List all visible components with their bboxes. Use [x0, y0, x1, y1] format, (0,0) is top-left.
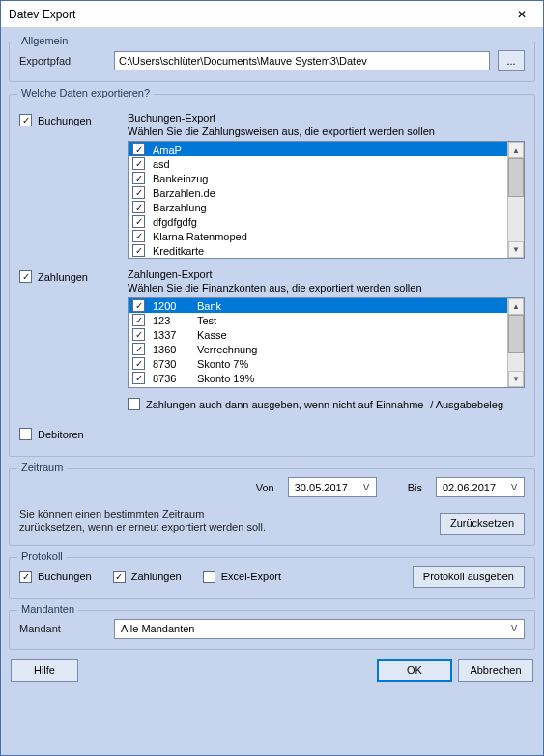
bis-datefield[interactable]: 02.06.2017 ᐯ — [436, 477, 525, 497]
mandant-dropdown[interactable]: Alle Mandanten ᐯ — [114, 619, 525, 639]
help-button[interactable]: Hilfe — [11, 659, 78, 682]
list-item-label: Kasse — [197, 329, 227, 341]
list-item[interactable]: ✓1200Bank — [129, 298, 507, 313]
debitoren-checkbox[interactable]: Debitoren — [19, 428, 116, 440]
group-mandanten: Mandanten Mandant Alle Mandanten ᐯ — [9, 610, 535, 650]
ok-button[interactable]: OK — [377, 659, 452, 682]
list-item[interactable]: ✓Kreditkarte — [129, 243, 507, 258]
list-item[interactable]: ✓123Test — [129, 313, 507, 327]
zahlungen-extra-label: Zahlungen auch dann ausgeben, wenn nicht… — [146, 399, 503, 410]
buchungen-subtitle: Wählen Sie die Zahlungsweisen aus, die e… — [128, 126, 525, 137]
zahlungen-listbox[interactable]: ✓1200Bank✓123Test✓1337Kasse✓1360Verrechn… — [128, 297, 525, 388]
list-item-label: Test — [197, 315, 216, 326]
zahlungen-extra-checkbox[interactable]: Zahlungen auch dann ausgeben, wenn nicht… — [128, 398, 525, 410]
list-item-label: dfgdfgdfg — [153, 216, 197, 228]
list-item-label: asd — [153, 158, 170, 170]
zahlungen-title: Zahlungen-Export — [128, 268, 525, 280]
checkbox-icon — [203, 571, 215, 583]
list-item[interactable]: ✓8736Skonto 19% — [129, 371, 507, 385]
mandant-value: Alle Mandanten — [121, 623, 194, 634]
scroll-down-icon[interactable]: ▼ — [508, 371, 524, 387]
list-item[interactable]: ✓Klarna Ratenmoped — [129, 229, 507, 243]
list-item[interactable]: ✓8730Skonto 7% — [129, 356, 507, 371]
group-zeitraum: Zeitraum Von 30.05.2017 ᐯ Bis 02.06.2017… — [9, 468, 535, 546]
checkbox-icon: ✓ — [132, 357, 145, 370]
list-item-label: Bankeinzug — [153, 173, 209, 184]
chevron-down-icon: ᐯ — [506, 624, 522, 633]
exportpfad-field[interactable]: C:\Users\schlüter\Documents\Mauve System… — [114, 51, 490, 70]
legend-zeitraum: Zeitraum — [17, 462, 67, 473]
checkbox-icon: ✓ — [132, 201, 145, 213]
group-protokoll: Protokoll ✓ Buchungen ✓ Zahlungen Excel-… — [9, 557, 535, 599]
buchungen-listbox[interactable]: ✓AmaP✓asd✓Bankeinzug✓Barzahlen.de✓Barzah… — [128, 141, 525, 259]
list-item-account: 123 — [153, 315, 193, 326]
list-item[interactable]: ✓asd — [129, 156, 507, 171]
checkbox-icon: ✓ — [19, 571, 32, 583]
scroll-up-icon[interactable]: ▲ — [508, 298, 524, 315]
bis-label: Bis — [408, 482, 422, 493]
protokoll-output-button[interactable]: Protokoll ausgeben — [413, 566, 525, 588]
protokoll-buchungen-checkbox[interactable]: ✓ Buchungen — [19, 571, 92, 583]
checkbox-icon: ✓ — [132, 343, 145, 355]
checkbox-icon: ✓ — [132, 244, 145, 257]
legend-mandanten: Mandanten — [17, 603, 78, 615]
list-item-label: Barzahlung — [153, 202, 207, 213]
checkbox-icon: ✓ — [132, 299, 145, 312]
list-item-label: Kreditkarte — [153, 245, 204, 257]
list-item-label: Barzahlen.de — [153, 187, 215, 199]
protokoll-excel-checkbox[interactable]: Excel-Export — [203, 571, 281, 583]
legend-protokoll: Protokoll — [17, 550, 67, 562]
scrollbar[interactable]: ▲ ▼ — [507, 298, 524, 387]
buchungen-checkbox[interactable]: ✓ Buchungen — [19, 114, 116, 126]
zahlungen-subtitle: Wählen Sie die Finanzkonten aus, die exp… — [128, 282, 525, 294]
debitoren-label: Debitoren — [38, 429, 84, 440]
group-export: Welche Daten exportieren? ✓ Buchungen Bu… — [9, 94, 535, 457]
titlebar: Datev Export ✕ — [1, 1, 543, 28]
list-item-account: 8730 — [153, 358, 193, 370]
list-item-label: Skonto 7% — [197, 358, 248, 370]
scroll-up-icon[interactable]: ▲ — [508, 142, 524, 158]
zahlungen-checkbox[interactable]: ✓ Zahlungen — [19, 270, 116, 283]
exportpfad-label: Exportpfad — [19, 55, 106, 67]
buchungen-checkbox-label: Buchungen — [38, 115, 92, 126]
protokoll-buchungen-label: Buchungen — [38, 571, 92, 582]
list-item[interactable]: ✓1360Verrechnung — [129, 342, 507, 356]
scrollbar[interactable]: ▲ ▼ — [507, 142, 524, 258]
list-item-account: 1200 — [153, 300, 193, 312]
list-item[interactable]: ✓dfgdfgdfg — [129, 214, 507, 229]
list-item[interactable]: ✓AmaP — [129, 142, 507, 156]
buchungen-title: Buchungen-Export — [128, 112, 525, 124]
browse-button[interactable]: ... — [498, 50, 525, 71]
dialog-body: Allgemein Exportpfad C:\Users\schlüter\D… — [1, 28, 543, 755]
scroll-thumb[interactable] — [508, 315, 524, 353]
scroll-thumb[interactable] — [508, 158, 524, 197]
cancel-button[interactable]: Abbrechen — [458, 659, 533, 682]
close-button[interactable]: ✕ — [501, 1, 543, 28]
list-item[interactable]: ✓Barzahlung — [129, 200, 507, 214]
checkbox-icon: ✓ — [132, 230, 145, 242]
protokoll-zahlungen-checkbox[interactable]: ✓ Zahlungen — [113, 571, 182, 583]
scroll-down-icon[interactable]: ▼ — [508, 241, 524, 258]
reset-button[interactable]: Zurücksetzen — [440, 513, 525, 535]
checkbox-icon: ✓ — [19, 114, 32, 126]
list-item[interactable]: ✓Barzahlen.de — [129, 185, 507, 200]
list-item-account: 8736 — [153, 373, 193, 384]
list-item[interactable]: ✓Bankeinzug — [129, 171, 507, 185]
checkbox-icon: ✓ — [19, 270, 32, 283]
checkbox-icon: ✓ — [132, 186, 145, 199]
legend-export: Welche Daten exportieren? — [17, 87, 154, 98]
dialog-window: Datev Export ✕ Allgemein Exportpfad C:\U… — [0, 0, 544, 756]
protokoll-excel-label: Excel-Export — [221, 571, 281, 582]
list-item-account: 1337 — [153, 329, 193, 341]
von-datefield[interactable]: 30.05.2017 ᐯ — [288, 477, 377, 497]
checkbox-icon: ✓ — [132, 172, 145, 184]
close-icon: ✕ — [517, 8, 527, 21]
bis-value: 02.06.2017 — [443, 482, 496, 493]
list-item-label: Bank — [197, 300, 221, 312]
list-item-label: AmaP — [153, 144, 182, 155]
zeitraum-hint: Sie können einen bestimmten Zeitraum zur… — [19, 507, 271, 535]
von-value: 30.05.2017 — [295, 482, 348, 493]
checkbox-icon — [19, 428, 32, 440]
checkbox-icon: ✓ — [132, 157, 145, 170]
list-item[interactable]: ✓1337Kasse — [129, 327, 507, 342]
